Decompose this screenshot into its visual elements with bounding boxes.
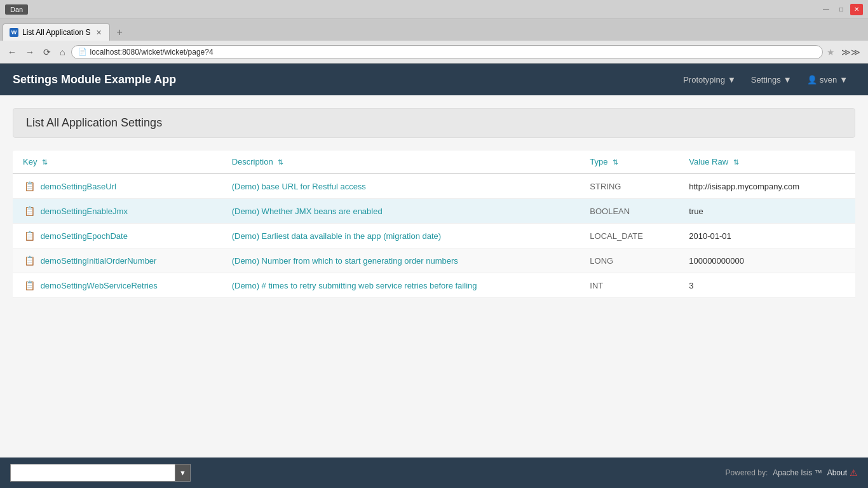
navbar-item-prototyping[interactable]: Prototyping ▼ (675, 70, 743, 90)
row-icon-4: 📋 (23, 279, 36, 292)
footer-input-wrap: ▼ (10, 464, 191, 482)
tab-bar: W List All Application S ✕ + (0, 19, 868, 41)
powered-by-label: Powered by: (726, 468, 768, 477)
row-icon-2: 📋 (23, 229, 36, 242)
column-header-value-raw[interactable]: Value Raw ⇅ (679, 151, 855, 173)
main-content: List All Application Settings Key ⇅ Desc… (0, 95, 868, 458)
desc-text-4: (Demo) # times to retry submitting web s… (232, 281, 477, 290)
desc-text-0: (Demo) base URL for Restful access (232, 182, 366, 191)
title-bar-user: Dan (5, 4, 28, 15)
desc-text-2: (Demo) Earliest data available in the ap… (232, 231, 442, 241)
maximize-button[interactable]: □ (835, 4, 848, 15)
page-header: List All Application Settings (13, 108, 855, 138)
type-text-2: LOCAL_DATE (590, 231, 643, 241)
key-link-2[interactable]: demoSettingEpochDate (41, 231, 128, 241)
cell-desc-1: (Demo) Whether JMX beans are enabled (222, 199, 580, 224)
settings-table-container: Key ⇅ Description ⇅ Type ⇅ (13, 151, 855, 298)
cell-value-4: 3 (679, 273, 855, 298)
new-tab-button[interactable]: + (111, 24, 127, 41)
column-header-description[interactable]: Description ⇅ (222, 151, 580, 173)
cell-key-0: 📋 demoSettingBaseUrl (13, 173, 222, 199)
navbar-item-settings[interactable]: Settings ▼ (743, 70, 799, 90)
cell-type-3: LONG (580, 248, 679, 273)
value-text-1: true (689, 207, 703, 216)
home-button[interactable]: ⌂ (57, 46, 67, 58)
table-row: 📋 demoSettingWebServiceRetries (Demo) # … (13, 273, 855, 298)
table-row: 📋 demoSettingEnableJmx (Demo) Whether JM… (13, 199, 855, 224)
type-text-3: LONG (590, 256, 613, 266)
settings-dropdown-icon: ▼ (783, 75, 792, 85)
close-button[interactable]: ✕ (850, 4, 863, 15)
address-lock-icon: 📄 (78, 48, 87, 56)
cell-type-2: LOCAL_DATE (580, 224, 679, 248)
back-button[interactable]: ← (5, 46, 19, 58)
footer-dropdown-button[interactable]: ▼ (175, 464, 191, 482)
cell-desc-4: (Demo) # times to retry submitting web s… (222, 273, 580, 298)
table-row: 📋 demoSettingEpochDate (Demo) Earliest d… (13, 224, 855, 248)
cell-key-1: 📋 demoSettingEnableJmx (13, 199, 222, 224)
navbar-brand: Settings Module Example App (13, 73, 176, 86)
cell-value-3: 100000000000 (679, 248, 855, 273)
value-sort-icon: ⇅ (733, 158, 739, 166)
title-bar: Dan — □ ✕ (0, 0, 868, 19)
cell-key-3: 📋 demoSettingInitialOrderNumber (13, 248, 222, 273)
cell-value-0: http://isisapp.mycompany.com (679, 173, 855, 199)
type-text-4: INT (590, 281, 603, 290)
cell-type-0: STRING (580, 173, 679, 199)
navbar-item-user[interactable]: 👤 sven ▼ (799, 70, 855, 90)
row-icon-0: 📋 (23, 180, 36, 193)
address-text: localhost:8080/wicket/wicket/page?4 (90, 48, 213, 57)
desc-text-3: (Demo) Number from which to start genera… (232, 256, 458, 266)
key-sort-icon: ⇅ (42, 158, 48, 166)
row-icon-1: 📋 (23, 205, 36, 217)
key-link-1[interactable]: demoSettingEnableJmx (41, 207, 128, 216)
desc-text-1: (Demo) Whether JMX beans are enabled (232, 207, 383, 216)
reload-button[interactable]: ⟳ (41, 46, 53, 58)
row-icon-3: 📋 (23, 254, 36, 267)
table-row: 📋 demoSettingInitialOrderNumber (Demo) N… (13, 248, 855, 273)
tab-title: List All Application S (22, 28, 90, 37)
cell-value-2: 2010-01-01 (679, 224, 855, 248)
table-body: 📋 demoSettingBaseUrl (Demo) base URL for… (13, 173, 855, 298)
column-header-key[interactable]: Key ⇅ (13, 151, 222, 173)
value-text-3: 100000000000 (689, 256, 744, 266)
user-icon: 👤 (807, 75, 817, 85)
user-dropdown-icon: ▼ (839, 75, 848, 85)
footer-search-input[interactable] (10, 464, 175, 482)
cell-desc-3: (Demo) Number from which to start genera… (222, 248, 580, 273)
column-header-type[interactable]: Type ⇅ (580, 151, 679, 173)
apache-link[interactable]: Apache Isis ™ (773, 468, 822, 477)
more-button[interactable]: ≫≫ (839, 46, 863, 58)
cell-desc-0: (Demo) base URL for Restful access (222, 173, 580, 199)
footer: ▼ Powered by: Apache Isis ™ About ⚠ (0, 458, 868, 488)
prototyping-dropdown-icon: ▼ (728, 75, 736, 85)
cell-desc-2: (Demo) Earliest data available in the ap… (222, 224, 580, 248)
table-row: 📋 demoSettingBaseUrl (Demo) base URL for… (13, 173, 855, 199)
key-link-3[interactable]: demoSettingInitialOrderNumber (41, 256, 157, 266)
tab-favicon: W (10, 28, 18, 37)
key-link-4[interactable]: demoSettingWebServiceRetries (41, 281, 158, 290)
key-link-0[interactable]: demoSettingBaseUrl (41, 182, 116, 191)
tab-close-button[interactable]: ✕ (94, 28, 103, 37)
minimize-button[interactable]: — (820, 4, 832, 15)
about-warning-icon: ⚠ (850, 468, 858, 478)
value-text-4: 3 (689, 281, 693, 290)
cell-key-4: 📋 demoSettingWebServiceRetries (13, 273, 222, 298)
table-header-row: Key ⇅ Description ⇅ Type ⇅ (13, 151, 855, 173)
address-input-wrap: 📄 localhost:8080/wicket/wicket/page?4 (71, 45, 823, 59)
forward-button[interactable]: → (23, 46, 37, 58)
footer-right: Powered by: Apache Isis ™ About ⚠ (726, 468, 858, 478)
value-text-0: http://isisapp.mycompany.com (689, 182, 799, 191)
about-label: About (827, 468, 847, 477)
active-tab[interactable]: W List All Application S ✕ (3, 24, 110, 41)
settings-table: Key ⇅ Description ⇅ Type ⇅ (13, 151, 855, 298)
about-button[interactable]: About ⚠ (827, 468, 858, 478)
bookmark-button[interactable]: ★ (827, 47, 835, 57)
value-text-2: 2010-01-01 (689, 231, 731, 241)
type-text-0: STRING (590, 182, 621, 191)
type-text-1: BOOLEAN (590, 207, 630, 216)
cell-key-2: 📋 demoSettingEpochDate (13, 224, 222, 248)
cell-value-1: true (679, 199, 855, 224)
type-sort-icon: ⇅ (613, 158, 618, 166)
cell-type-4: INT (580, 273, 679, 298)
